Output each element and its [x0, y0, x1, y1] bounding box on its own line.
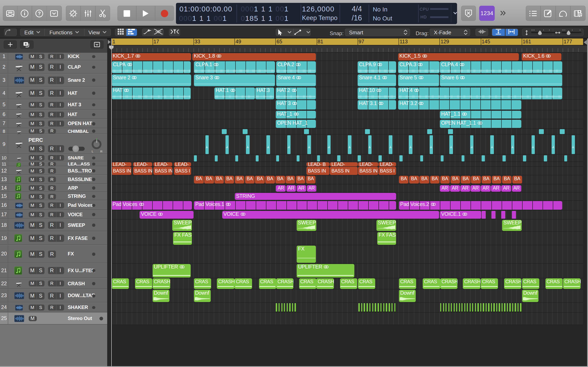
- svg-text:?: ?: [38, 11, 41, 16]
